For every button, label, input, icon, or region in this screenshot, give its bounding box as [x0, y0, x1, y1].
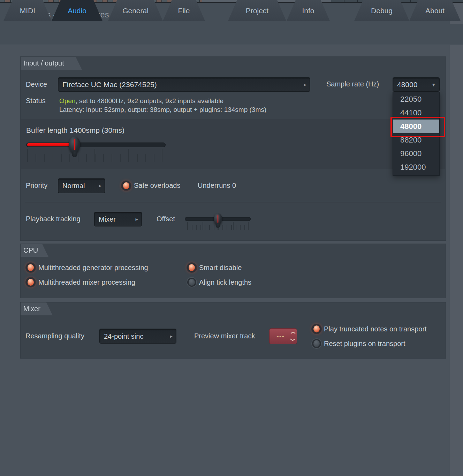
- status-label: Status: [26, 97, 46, 105]
- smart-disable-label: Smart disable: [199, 264, 242, 272]
- resampling-quality-dropdown-value: 24-point sinc: [104, 332, 143, 340]
- playback-tracking-label: Playback tracking: [26, 215, 81, 223]
- reset-plugins-radio[interactable]: [312, 339, 321, 348]
- chevron-right-icon: ▸: [304, 82, 306, 88]
- spinner-down-icon: ❯: [291, 338, 295, 342]
- chevron-right-icon: ▸: [170, 333, 173, 339]
- smart-disable-radio[interactable]: [187, 263, 196, 272]
- status-detail: , set to 48000Hz, 9x2 outputs, 9x2 input…: [75, 97, 223, 105]
- background-window-edge: [450, 3, 463, 476]
- annotation-highlight-rect: [390, 117, 445, 137]
- playback-tracking-dropdown[interactable]: Mixer ▸: [94, 212, 142, 227]
- status-line-1: Open, set to 48000Hz, 9x2 outputs, 9x2 i…: [59, 97, 223, 105]
- sample-rate-dropdown[interactable]: 48000 ▼: [393, 77, 440, 92]
- safe-overloads-label: Safe overloads: [134, 182, 180, 190]
- chevron-right-icon: ▸: [99, 183, 101, 189]
- reset-plugins-label: Reset plugins on transport: [324, 340, 405, 348]
- buffer-length-label: Buffer length 1400smp (30ms): [26, 126, 124, 135]
- priority-label: Priority: [26, 182, 47, 190]
- multithreaded-mixer-radio[interactable]: [26, 278, 35, 287]
- play-truncated-notes-radio[interactable]: [312, 324, 321, 333]
- multithreaded-mixer-label: Multithreaded mixer processing: [38, 278, 135, 286]
- device-label: Device: [26, 80, 47, 89]
- play-truncated-notes-label: Play truncated notes on transport: [324, 325, 427, 333]
- multithreaded-generator-radio[interactable]: [26, 263, 35, 272]
- align-tick-lengths-radio[interactable]: [187, 278, 196, 287]
- tab-project[interactable]: Project: [228, 0, 286, 21]
- resampling-quality-dropdown[interactable]: 24-point sinc ▸: [99, 329, 176, 344]
- divider: [0, 45, 463, 45]
- safe-overloads-radio[interactable]: [122, 181, 131, 190]
- status-latency: Latency: input: 52smp, output: 38smp, ou…: [59, 106, 266, 114]
- divider: [25, 202, 441, 202]
- sample-rate-label: Sample rate (Hz): [326, 80, 379, 88]
- buffer-length-slider-fill: [27, 143, 75, 146]
- sample-rate-option[interactable]: 22050: [393, 92, 439, 106]
- spinner-up-icon: ❯: [291, 331, 295, 335]
- multithreaded-generator-label: Multithreaded generator processing: [38, 264, 148, 272]
- resampling-quality-label: Resampling quality: [25, 332, 84, 340]
- underruns-counter: Underruns 0: [198, 182, 236, 190]
- status-open-value: Open: [59, 97, 75, 105]
- section-title-input-output: Input / output: [21, 57, 82, 70]
- tab-bar: [0, 24, 463, 45]
- priority-dropdown[interactable]: Normal ▸: [58, 178, 105, 193]
- preview-mixer-track-button[interactable]: --- ❯ ❯: [269, 328, 297, 344]
- align-tick-lengths-label: Align tick lengths: [199, 278, 251, 286]
- sample-rate-option[interactable]: 96000: [393, 147, 439, 160]
- preview-mixer-track-value: ---: [276, 332, 284, 340]
- tab-general[interactable]: General: [108, 0, 163, 21]
- offset-label: Offset: [157, 215, 175, 223]
- chevron-right-icon: ▸: [135, 216, 138, 222]
- playback-tracking-dropdown-value: Mixer: [99, 215, 116, 223]
- tab-debug[interactable]: Debug: [354, 0, 409, 21]
- preview-mixer-track-label: Preview mixer track: [194, 332, 255, 340]
- sample-rate-option[interactable]: 192000: [393, 160, 439, 174]
- device-dropdown[interactable]: Fireface UC Mac (23674525) ▸: [58, 77, 310, 92]
- settings-dialog: Settings - Audio devices / mixer ✕ MIDI …: [0, 0, 463, 476]
- sample-rate-dropdown-value: 48000: [397, 80, 417, 89]
- chevron-down-icon: ▼: [431, 82, 436, 87]
- priority-dropdown-value: Normal: [62, 182, 85, 190]
- buffer-length-ticks: [27, 149, 162, 162]
- device-dropdown-value: Fireface UC Mac (23674525): [62, 80, 157, 89]
